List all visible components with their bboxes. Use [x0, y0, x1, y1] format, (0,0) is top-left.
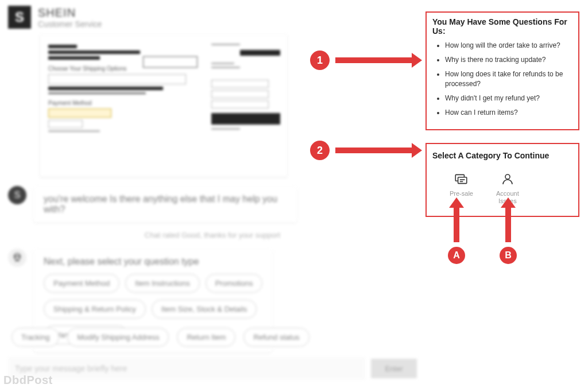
person-icon	[500, 172, 515, 187]
category-label: Pre-sale	[450, 190, 473, 197]
brand-name: SHEIN	[38, 6, 102, 20]
arrow-icon	[335, 148, 413, 153]
svg-point-2	[18, 256, 19, 257]
brand-logo: S	[8, 6, 31, 29]
agent-message: you're welcome Is there anything else th…	[33, 186, 297, 223]
pill-item-instructions[interactable]: Item Instructions	[125, 274, 199, 293]
pill-item-size-stock[interactable]: Item Size, Stock & Details	[152, 300, 257, 319]
pill-promotions[interactable]: Promotions	[206, 274, 263, 293]
svg-point-7	[505, 174, 510, 179]
brand-subtitle: Customer Service	[38, 20, 102, 29]
pill-payment-method[interactable]: Payment Method	[44, 274, 119, 293]
faq-item[interactable]: Why is there no tracking update?	[445, 55, 572, 64]
agent-avatar: S	[8, 186, 26, 204]
faq-item[interactable]: How long will the order take to arrive?	[445, 41, 572, 50]
faq-title: You May Have Some Questions For Us:	[432, 17, 572, 36]
annotation-a: A	[448, 247, 465, 264]
bot-avatar	[8, 249, 26, 267]
pill-modify-shipping[interactable]: Modify Shipping Address	[67, 328, 169, 347]
annotation-b: B	[500, 247, 517, 264]
pill-return-item[interactable]: Return Item	[177, 328, 235, 347]
faq-item[interactable]: Why didn't I get my refund yet?	[445, 94, 572, 103]
category-title: Select A Category To Continue	[432, 151, 572, 160]
annotation-2: 2	[310, 141, 330, 160]
pill-refund-status[interactable]: Refund status	[243, 328, 309, 347]
svg-rect-4	[458, 177, 467, 184]
annotation-1: 1	[310, 51, 330, 70]
chat-rating-notice: Chat rated Good, thanks for your support	[8, 231, 417, 239]
place-order-button	[211, 113, 280, 125]
enter-button[interactable]: Enter	[371, 359, 417, 378]
watermark: DbdPost	[3, 374, 53, 387]
message-input[interactable]: Type your message briefly here	[8, 357, 365, 380]
faq-item[interactable]: How can I return items?	[445, 108, 572, 117]
faq-panel: You May Have Some Questions For Us: How …	[425, 11, 579, 130]
pill-shipping-return[interactable]: Shipping & Return Policy	[44, 300, 146, 319]
faq-item[interactable]: How long does it take for refunds to be …	[445, 69, 572, 88]
pill-tracking[interactable]: Tracking	[11, 328, 59, 347]
svg-point-1	[16, 256, 17, 257]
checkout-screenshot: Choose Your Shipping Options Payment Met…	[40, 34, 287, 177]
arrow-up-icon	[505, 207, 511, 242]
chat-icon	[454, 172, 469, 187]
arrow-icon	[335, 57, 413, 63]
arrow-up-icon	[454, 207, 459, 242]
